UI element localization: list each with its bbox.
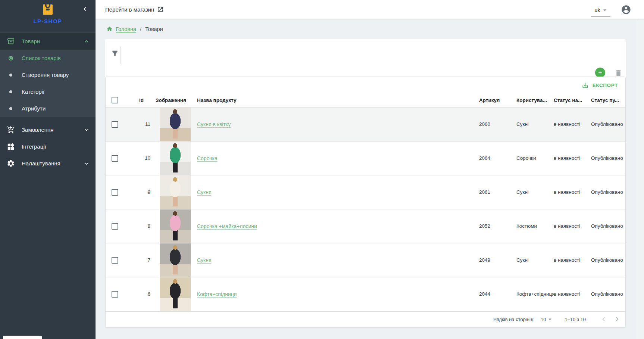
row-checkbox[interactable] bbox=[112, 121, 118, 128]
sidebar-item-label: Налаштування bbox=[22, 160, 60, 167]
product-name-link[interactable]: Кофта+спідниця bbox=[197, 291, 237, 297]
sidebar-subitem-label: Створення товару bbox=[22, 72, 69, 78]
product-name-link[interactable]: Сукня bbox=[197, 257, 212, 263]
sidebar-subitem-label: Категорії bbox=[22, 88, 44, 95]
breadcrumb-home-link[interactable]: Головна bbox=[116, 26, 136, 32]
cell-publish-status: Опубліковано bbox=[591, 141, 625, 175]
store-link-label: Перейти в магазин bbox=[105, 6, 154, 13]
product-name-link[interactable]: Сукня в квітку bbox=[197, 121, 231, 127]
select-all-checkbox[interactable] bbox=[112, 97, 118, 103]
column-header-publish-status[interactable]: Статус пу... bbox=[591, 93, 625, 107]
product-thumbnail bbox=[160, 108, 191, 141]
cell-sku: 2049 bbox=[479, 243, 516, 277]
product-thumbnail bbox=[160, 175, 191, 209]
pagination-bar: Рядків на сторінці: 10 1–10 з 10 bbox=[106, 311, 625, 327]
export-button[interactable]: ЕКСПОРТ bbox=[579, 80, 621, 91]
cell-stock-status: в наявності bbox=[554, 277, 591, 311]
cell-publish-status: Опубліковано bbox=[591, 108, 625, 141]
language-select[interactable]: uk bbox=[591, 6, 610, 17]
vertical-scrollbar[interactable] bbox=[636, 19, 644, 339]
cart-plus-icon bbox=[7, 126, 15, 134]
cell-stock-status: в наявності bbox=[554, 108, 591, 141]
sidebar-item-product-list[interactable]: Список товарів bbox=[0, 50, 96, 66]
column-header-sku[interactable]: Артикул bbox=[479, 93, 516, 107]
trash-icon bbox=[615, 69, 622, 77]
product-thumbnail bbox=[160, 243, 191, 277]
table-row: 9 Сукня 2061 Сукні в наявності Опубліков… bbox=[106, 175, 625, 209]
filter-toolbar bbox=[105, 39, 626, 77]
column-header-stock-status[interactable]: Статус на... bbox=[554, 93, 591, 107]
sidebar-item-orders[interactable]: Замовлення bbox=[0, 121, 96, 138]
previous-page-button[interactable] bbox=[599, 315, 608, 324]
widgets-icon bbox=[7, 143, 15, 151]
sidebar-subitem-label: Список товарів bbox=[22, 55, 61, 61]
chevron-left-icon bbox=[600, 315, 608, 323]
cell-category: Кофта+спідниця bbox=[516, 277, 554, 311]
download-icon bbox=[582, 82, 589, 89]
products-submenu: Список товарів Створення товару Категорі… bbox=[0, 50, 96, 117]
sidebar-item-products[interactable]: Товари bbox=[0, 33, 96, 50]
rows-per-page-label: Рядків на сторінці: bbox=[493, 317, 535, 322]
home-icon bbox=[106, 26, 113, 32]
cell-product-id: 6 bbox=[122, 277, 156, 311]
table-header: id Зображення Назва продукту Артикул Кор… bbox=[106, 93, 625, 107]
cell-sku: 2052 bbox=[479, 209, 516, 243]
row-checkbox[interactable] bbox=[112, 257, 118, 264]
cell-product-id: 7 bbox=[122, 243, 156, 277]
sidebar-item-integrations[interactable]: Інтеграції bbox=[0, 138, 96, 155]
sidebar-item-label: Інтеграції bbox=[22, 143, 46, 150]
cell-stock-status: в наявності bbox=[554, 209, 591, 243]
add-product-button[interactable] bbox=[595, 68, 605, 78]
topbar: Перейти в магазин uk bbox=[96, 0, 644, 19]
table-actions-row: ЕКСПОРТ bbox=[106, 77, 625, 93]
chevron-down-icon bbox=[83, 126, 90, 134]
caret-down-icon bbox=[547, 316, 553, 323]
cell-sku: 2061 bbox=[479, 175, 516, 209]
row-checkbox[interactable] bbox=[112, 155, 118, 162]
product-name-link[interactable]: Сукня bbox=[197, 189, 212, 195]
account-button[interactable] bbox=[621, 4, 631, 15]
toolbar-divider bbox=[120, 47, 121, 63]
column-header-name[interactable]: Назва продукту bbox=[197, 93, 479, 107]
column-header-category[interactable]: Користува... bbox=[516, 93, 554, 107]
table-body: 11 Сукня в квітку 2060 Сукні в наявності… bbox=[106, 108, 625, 311]
sidebar-item-categories[interactable]: Категорії bbox=[0, 83, 96, 100]
sidebar-item-attributes[interactable]: Атрибути bbox=[0, 100, 96, 117]
external-link-icon bbox=[157, 6, 163, 13]
filter-button[interactable] bbox=[108, 47, 122, 60]
cut-off-badge[interactable] bbox=[3, 336, 42, 339]
cell-product-id: 9 bbox=[122, 175, 156, 209]
sidebar-item-settings[interactable]: Налаштування bbox=[0, 155, 96, 172]
cell-stock-status: в наявності bbox=[554, 243, 591, 277]
language-value: uk bbox=[595, 7, 600, 13]
sidebar-item-product-create[interactable]: Створення товару bbox=[0, 66, 96, 83]
go-to-store-link[interactable]: Перейти в магазин bbox=[105, 6, 163, 13]
column-header-id[interactable]: id bbox=[122, 93, 156, 107]
product-name-link[interactable]: Сорочка +майка+лосини bbox=[197, 223, 257, 229]
cell-product-id: 10 bbox=[122, 141, 156, 175]
cell-category: Сорочки bbox=[516, 141, 554, 175]
breadcrumb-current: Товари bbox=[145, 26, 163, 32]
cell-category: Сукні bbox=[516, 108, 554, 141]
row-checkbox[interactable] bbox=[112, 291, 118, 298]
row-checkbox[interactable] bbox=[112, 223, 118, 230]
dot-bullet-icon bbox=[9, 74, 12, 77]
logo-text: LP-SHOP bbox=[0, 18, 96, 24]
chevron-left-icon bbox=[81, 5, 89, 13]
rows-per-page-select[interactable]: 10 bbox=[541, 316, 553, 323]
radio-bullet-icon bbox=[9, 56, 13, 60]
cell-product-id: 11 bbox=[122, 108, 156, 141]
chevron-down-icon bbox=[83, 160, 90, 167]
caret-down-icon bbox=[601, 7, 608, 13]
sidebar-collapse-button[interactable] bbox=[80, 4, 90, 14]
chevron-up-icon bbox=[83, 38, 90, 45]
next-page-button[interactable] bbox=[613, 315, 622, 324]
column-header-image[interactable]: Зображення bbox=[156, 93, 197, 107]
cell-stock-status: в наявності bbox=[554, 141, 591, 175]
product-name-link[interactable]: Сорочка bbox=[197, 155, 218, 161]
table-row: 7 Сукня 2049 Сукні в наявності Опубліков… bbox=[106, 243, 625, 277]
table-row: 10 Сорочка 2064 Сорочки в наявності Опуб… bbox=[106, 141, 625, 175]
cell-stock-status: в наявності bbox=[554, 175, 591, 209]
breadcrumb: Головна / Товари bbox=[96, 19, 644, 38]
row-checkbox[interactable] bbox=[112, 189, 118, 196]
